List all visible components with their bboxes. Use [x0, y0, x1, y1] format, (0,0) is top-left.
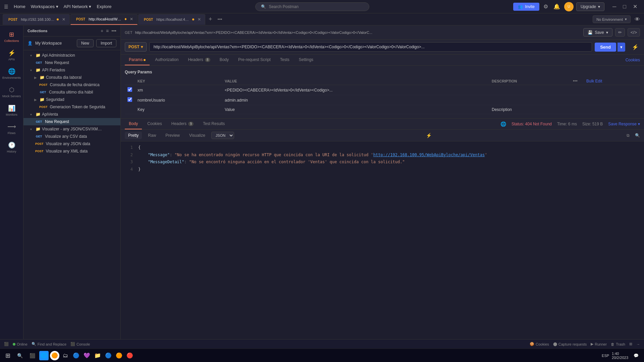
environment-selector[interactable]: No Environment ▾ — [593, 15, 631, 23]
nav-explore[interactable]: Explore — [97, 4, 111, 9]
sidebar-item-flows[interactable]: ⟶ Flows — [1, 120, 22, 137]
search-response-icon[interactable]: 🔍 — [635, 133, 640, 138]
add-tab-button[interactable]: + — [206, 16, 215, 23]
tab-body[interactable]: Body — [216, 55, 233, 65]
collection-api-administracion[interactable]: ▾ 📁 Api Administracion — [23, 52, 120, 59]
url-input[interactable] — [149, 42, 592, 52]
tab-pre-request[interactable]: Pre-request Script — [234, 55, 275, 65]
trash-button[interactable]: 🗑 Trash — [611, 342, 625, 346]
taskbar-chrome2-icon[interactable]: 🔴 — [125, 351, 135, 360]
nav-home[interactable]: Home — [14, 4, 25, 9]
console-button[interactable]: ⬛ Console — [70, 342, 90, 346]
tab-close-1[interactable]: ✕ — [62, 17, 65, 22]
sidebar-item-mock-servers[interactable]: ⬡ Mock Servers — [1, 83, 22, 101]
collection-api-venta[interactable]: ▾ 📁 ApiVenta — [23, 111, 120, 118]
format-tab-visualize[interactable]: Visualize — [186, 132, 209, 139]
param-value-placeholder[interactable]: Value — [222, 105, 489, 114]
settings-icon[interactable]: ⚙ — [542, 2, 549, 11]
minimize-button[interactable]: ─ — [610, 3, 619, 10]
sidebar-item-environments[interactable]: 🌐 Environments — [1, 65, 22, 82]
taskbar-app5[interactable]: 📁 — [93, 351, 102, 360]
tab-close-2[interactable]: ✕ — [130, 17, 133, 21]
request-consulta-dia[interactable]: GET Consulta ultimo día hábil — [23, 88, 120, 96]
param-value-1[interactable]: <PEDIDO><CABECERA><IdVenta>0</IdVenta><C… — [222, 85, 489, 95]
nav-api-network[interactable]: API Network ▾ — [64, 4, 92, 9]
import-button[interactable]: Import — [96, 39, 116, 47]
search-taskbar-button[interactable]: 🔍 — [14, 352, 25, 360]
tab-settings[interactable]: Settings — [295, 55, 317, 65]
sidebar-item-history[interactable]: 🕐 History — [1, 139, 22, 156]
folder-consulta-dia[interactable]: ▶ 📁 Consulta dia laboral — [23, 74, 120, 81]
runner-button[interactable]: ▶ Runner — [591, 342, 607, 346]
collection-visualizer[interactable]: ▾ 📁 Visualizer - any JSON/CSV/XML as a t… — [23, 125, 120, 133]
taskbar-app7[interactable]: 🟠 — [114, 351, 124, 360]
taskbar-blue-icon[interactable]: 🔵 — [71, 351, 81, 360]
copy-icon[interactable]: ⧉ — [627, 133, 630, 138]
method-selector[interactable]: POST ▾ — [125, 42, 147, 52]
taskbar-purple-icon[interactable]: 💜 — [82, 351, 92, 360]
format-tab-preview[interactable]: Preview — [162, 132, 183, 139]
more-tabs-button[interactable]: ••• — [216, 17, 224, 22]
close-button[interactable]: ✕ — [630, 3, 640, 10]
env-quick-look[interactable]: 👁 — [633, 15, 641, 24]
bell-icon[interactable]: 🔔 — [552, 2, 561, 11]
tab-2[interactable]: POST http://localHost/WebApi# ✕ — [70, 14, 138, 25]
sidebar-item-collections[interactable]: ⊞ Collections — [1, 28, 22, 45]
param-desc-placeholder[interactable]: Description — [489, 105, 570, 114]
resp-tab-cookies[interactable]: Cookies — [143, 119, 166, 129]
new-button[interactable]: New — [77, 39, 94, 47]
request-visualize-json[interactable]: POST Visualize any JSON data — [23, 140, 120, 147]
sidebar-item-monitors[interactable]: 📊 Monitors — [1, 102, 22, 119]
params-more-button[interactable]: ••• — [573, 78, 578, 83]
save-button[interactable]: 💾 Save ▾ — [583, 28, 612, 37]
arrow-icon[interactable]: → — [636, 342, 640, 346]
format-tab-raw[interactable]: Raw — [145, 132, 159, 139]
add-collection-icon[interactable]: + — [101, 28, 103, 34]
tab-headers[interactable]: Headers 8 — [184, 55, 214, 65]
taskbar-folder-icon[interactable]: 🗂 — [61, 351, 70, 360]
request-visualize-csv[interactable]: GET Visualize any CSV data — [23, 133, 120, 140]
request-visualize-xml[interactable]: POST Visualize any XML data — [23, 147, 120, 155]
capture-requests-button[interactable]: ⬤ Capture requests — [553, 342, 587, 346]
param-desc-2[interactable] — [489, 95, 570, 105]
search-bar[interactable]: 🔍 Search Postman — [255, 2, 369, 11]
sidebar-toggle-icon[interactable]: ⬛ — [4, 342, 9, 346]
tab-3[interactable]: POST https://localhost:443! ✕ — [138, 14, 205, 25]
tab-tests[interactable]: Tests — [276, 55, 293, 65]
taskbar-chrome-icon[interactable]: 🟠 — [50, 351, 59, 360]
maximize-button[interactable]: □ — [620, 3, 629, 10]
collection-api-feriados[interactable]: ▾ 📁 API Feriados — [23, 66, 120, 74]
param-key-placeholder[interactable]: Key — [135, 105, 222, 114]
online-status[interactable]: Online — [13, 342, 28, 346]
param-checkbox-cell-2[interactable] — [125, 95, 135, 105]
filter-icon[interactable]: ⚡ — [426, 133, 432, 138]
request-new-request-1[interactable]: GET New Request — [23, 59, 120, 66]
hamburger-icon[interactable]: ☰ — [4, 4, 8, 9]
edit-icon-button[interactable]: ✏ — [615, 28, 625, 37]
more-collections-icon[interactable]: ••• — [111, 28, 116, 34]
start-button[interactable]: ⊞ — [3, 351, 13, 361]
request-consulta-fecha[interactable]: POST Consulta de fecha dinámica — [23, 81, 120, 88]
param-value-2[interactable]: admin.admin — [222, 95, 489, 105]
sort-icon[interactable]: ≡ — [106, 28, 109, 34]
nav-workspaces[interactable]: Workspaces ▾ — [31, 4, 58, 9]
taskbar-app6[interactable]: 🔵 — [104, 351, 113, 360]
param-checkbox-1[interactable] — [127, 87, 132, 92]
tab-close-3[interactable]: ✕ — [198, 17, 201, 22]
request-new-request-venta[interactable]: GET New Request — [23, 118, 120, 125]
expand-icon[interactable]: ⊞ — [629, 342, 632, 346]
param-desc-1[interactable] — [489, 85, 570, 95]
cookies-status-button[interactable]: 🍪 Cookies — [530, 342, 549, 346]
resp-tab-body[interactable]: Body — [125, 119, 142, 129]
resp-tab-headers[interactable]: Headers 9 — [167, 119, 198, 129]
avatar-icon[interactable]: U — [564, 2, 574, 11]
format-tab-pretty[interactable]: Pretty — [125, 132, 142, 139]
find-replace-button[interactable]: 🔍 Find and Replace — [32, 342, 66, 346]
task-view-button[interactable]: ⬛ — [27, 352, 38, 360]
upgrade-button[interactable]: Upgrade ▾ — [576, 2, 604, 11]
param-checkbox-2[interactable] — [127, 97, 132, 102]
tab-params[interactable]: Params — [125, 55, 150, 65]
json-format-select[interactable]: JSON XML HTML Text — [211, 132, 234, 139]
send-dropdown-button[interactable]: ▾ — [618, 43, 625, 52]
invite-button[interactable]: 👥 Invite — [513, 3, 539, 11]
